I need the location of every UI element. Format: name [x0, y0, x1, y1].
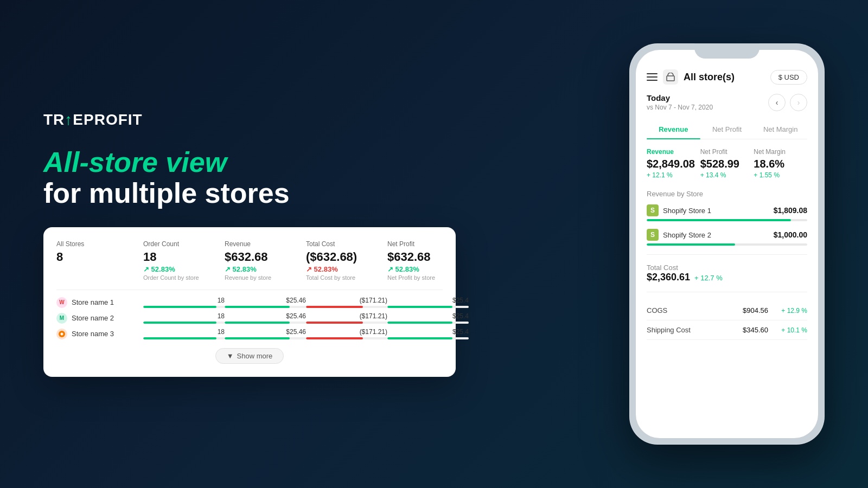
profit-bar-3: $25.4: [387, 328, 469, 339]
table-row: Store name 3 18 $25.46 ($171.21) $25.4: [56, 328, 443, 339]
card-header-row: All Stores 8 Order Count 18 ↗ 52.83% Ord…: [56, 240, 443, 281]
section-divider-2: [647, 292, 807, 292]
cogs-pct: + 12.9 %: [775, 307, 807, 314]
metric-profit-value: $528.99: [700, 158, 754, 170]
profit-val-1: $25.4: [387, 297, 469, 304]
store-name-cell: Store name 3: [56, 329, 143, 339]
revenue-val-2: $25.46: [225, 312, 306, 320]
cost-detail-cogs: COGS $904.56 + 12.9 %: [647, 301, 807, 320]
order-val-2: 18: [143, 312, 225, 320]
order-bar-3: 18: [143, 328, 225, 339]
currency-badge[interactable]: $ USD: [770, 70, 807, 85]
svg-rect-1: [667, 76, 674, 81]
section-divider: [647, 254, 807, 255]
col-net-profit: Net Profit $632.68 ↗ 52.83% Net Profit b…: [387, 240, 469, 281]
col-cost-sublabel: Total Cost by store: [306, 274, 387, 281]
profit-val-3: $25.4: [387, 328, 469, 336]
cogs-amount: $904.56: [743, 306, 768, 314]
revenue-bar-1: $25.46: [225, 297, 306, 308]
revenue-val-3: $25.46: [225, 328, 306, 336]
metric-revenue-label: Revenue: [647, 148, 700, 156]
shopify-store-1-amount: $1,809.08: [774, 206, 807, 215]
phone-outer: All store(s) $ USD Today vs Nov 7 - Nov …: [629, 43, 825, 445]
store-rev-row-2: S Shopify Store 2 $1,000.00: [647, 229, 807, 241]
col-cost-pct: ↗ 52.83%: [306, 265, 387, 273]
tab-revenue[interactable]: Revenue: [647, 120, 700, 139]
col-order-count: Order Count 18 ↗ 52.83% Order Count by s…: [143, 240, 225, 281]
show-more-row: ▼ Show more: [56, 348, 443, 364]
metric-margin-change: + 1.55 %: [754, 171, 807, 179]
rev-bar-fill-1: [647, 219, 791, 221]
logo-text: TR↑EPROFIT: [43, 111, 143, 129]
col-profit-sublabel: Net Profit by store: [387, 274, 469, 281]
metric-margin-label: Net Margin: [754, 148, 807, 156]
store-revenue-item-1: S Shopify Store 1 $1,809.08: [647, 204, 807, 221]
hero-titles: All-store view for multiple stores: [43, 147, 575, 209]
store-rev-row-1: S Shopify Store 1 $1,809.08: [647, 204, 807, 216]
col-revenue-pct: ↗ 52.83%: [225, 265, 306, 273]
tab-net-margin[interactable]: Net Margin: [754, 120, 807, 139]
metric-net-margin: Net Margin 18.6% + 1.55 %: [754, 148, 807, 179]
date-selector: Today vs Nov 7 - Nov 7, 2020 ‹ ›: [647, 93, 807, 111]
cost-bar-2: ($171.21): [306, 312, 387, 324]
phone-tabs: Revenue Net Profit Net Margin: [647, 120, 807, 139]
store-revenue-item-2: S Shopify Store 2 $1,000.00: [647, 229, 807, 246]
phone-header: All store(s) $ USD: [647, 69, 807, 85]
col-cost-value: ($632.68): [306, 250, 387, 264]
metric-revenue-value: $2,849.08: [647, 158, 700, 170]
cost-bar-3: ($171.21): [306, 328, 387, 339]
profit-bar-1: $25.4: [387, 297, 469, 308]
cogs-right: $904.56 + 12.9 %: [743, 306, 807, 314]
cost-detail-shipping: Shipping Cost $345.60 + 10.1 %: [647, 320, 807, 340]
col-order-label: Order Count: [143, 240, 225, 248]
profit-val-2: $25.4: [387, 312, 469, 320]
hamburger-line: [647, 73, 658, 74]
date-next-button[interactable]: ›: [790, 94, 807, 111]
col-revenue-sublabel: Revenue by store: [225, 274, 306, 281]
shopify-store-2-amount: $1,000.00: [774, 230, 807, 239]
show-more-button[interactable]: ▼ Show more: [215, 348, 284, 364]
rev-bar-track-2: [647, 243, 807, 246]
col-revenue-value: $632.68: [225, 250, 306, 264]
cost-val-1: ($171.21): [306, 297, 387, 304]
metric-net-profit: Net Profit $528.99 + 13.4 %: [700, 148, 754, 179]
store-name-cell: W Store name 1: [56, 297, 143, 308]
metric-revenue-change: + 12.1 %: [647, 171, 700, 179]
col-profit-value: $632.68: [387, 250, 469, 264]
phone-notch: [694, 43, 760, 59]
left-section: TR↑EPROFIT All-store view for multiple s…: [0, 0, 608, 488]
rev-bar-fill-2: [647, 243, 735, 246]
total-cost-pct: + 12.7 %: [694, 274, 723, 282]
col-order-value: 18: [143, 250, 225, 264]
date-prev-button[interactable]: ‹: [768, 94, 786, 111]
phone-header-left: All store(s): [647, 69, 735, 85]
col-store-label: All Stores: [56, 240, 143, 248]
cost-val-2: ($171.21): [306, 312, 387, 320]
tab-net-profit[interactable]: Net Profit: [700, 120, 754, 139]
order-bar-2: 18: [143, 312, 225, 324]
metric-margin-value: 18.6%: [754, 158, 807, 170]
table-row: W Store name 1 18 $25.46 ($171.21) $25.4: [56, 297, 443, 308]
date-info: Today vs Nov 7 - Nov 7, 2020: [647, 93, 768, 111]
store-icon-1: W: [56, 297, 67, 308]
revenue-by-store-label: Revenue by Store: [647, 190, 807, 198]
phone-store-title: All store(s): [684, 72, 735, 83]
phone-screen: All store(s) $ USD Today vs Nov 7 - Nov …: [636, 50, 818, 438]
col-order-pct: ↗ 52.83%: [143, 265, 225, 273]
logo: TR↑EPROFIT: [43, 111, 575, 129]
col-cost-label: Total Cost: [306, 240, 387, 248]
col-profit-label: Net Profit: [387, 240, 469, 248]
store-icon-phone: [663, 69, 678, 85]
show-more-label: Show more: [237, 352, 273, 360]
dashboard-card: All Stores 8 Order Count 18 ↗ 52.83% Ord…: [43, 227, 456, 377]
revenue-bar-3: $25.46: [225, 328, 306, 339]
hamburger-icon[interactable]: [647, 73, 658, 81]
shopify-icon-2: S: [647, 229, 659, 241]
shipping-amount: $345.60: [743, 326, 768, 334]
col-store-value: 8: [56, 250, 143, 264]
store-icon-2: M: [56, 313, 67, 324]
store-name-cell: M Store name 2: [56, 313, 143, 324]
shipping-pct: + 10.1 %: [775, 326, 807, 334]
cogs-label: COGS: [647, 306, 667, 314]
order-bar-1: 18: [143, 297, 225, 308]
